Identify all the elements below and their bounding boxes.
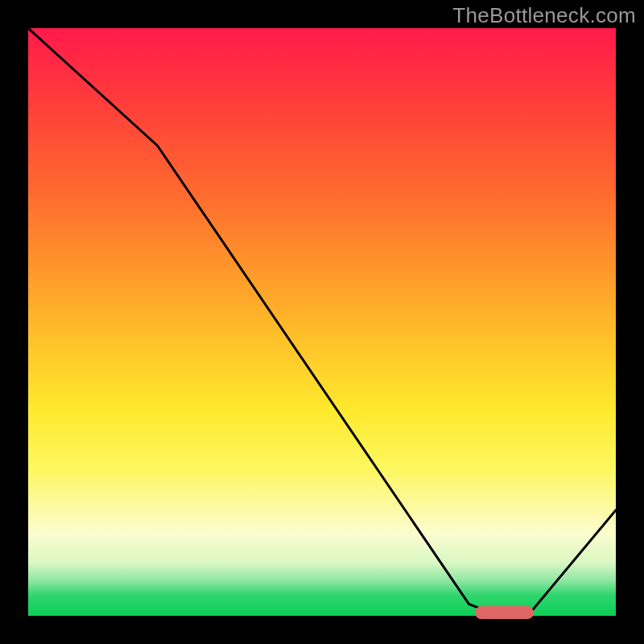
optimal-range-marker (475, 606, 534, 619)
chart-gradient-area (28, 28, 616, 616)
watermark-text: TheBottleneck.com (452, 3, 636, 28)
